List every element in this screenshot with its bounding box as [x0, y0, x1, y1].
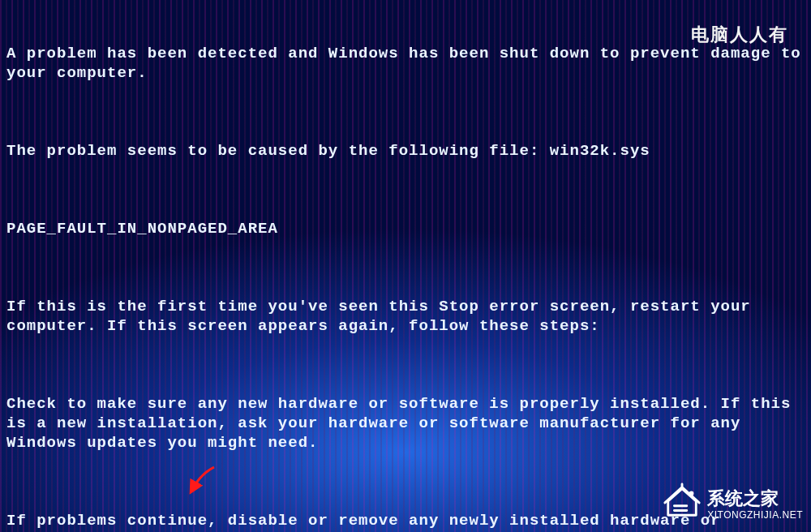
house-logo-icon [663, 483, 701, 524]
bsod-screen: A problem has been detected and Windows … [0, 0, 811, 532]
watermark-cn: 系统之家 [707, 488, 779, 508]
bsod-advice-1: If this is the first time you've seen th… [6, 297, 805, 336]
watermark-bottom: 系统之家 XITONGZHIJIA.NET [663, 483, 803, 524]
bsod-advice-2: Check to make sure any new hardware or s… [6, 394, 805, 453]
watermark-top: 电脑人人有 [691, 23, 788, 47]
svg-point-0 [689, 491, 694, 496]
bsod-intro: A problem has been detected and Windows … [6, 44, 805, 83]
watermark-url: XITONGZHIJIA.NET [707, 509, 803, 521]
bsod-error-code: PAGE_FAULT_IN_NONPAGED_AREA [6, 219, 805, 238]
bsod-cause: The problem seems to be caused by the fo… [6, 141, 805, 161]
